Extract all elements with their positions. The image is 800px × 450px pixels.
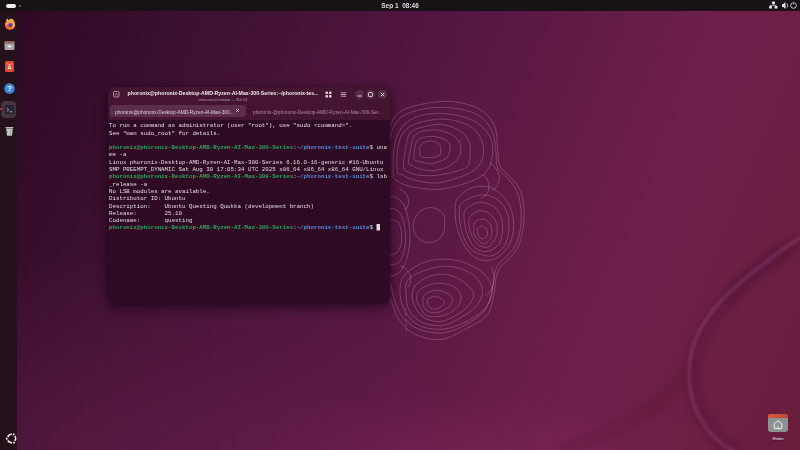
svg-text:?: ? bbox=[7, 84, 12, 93]
